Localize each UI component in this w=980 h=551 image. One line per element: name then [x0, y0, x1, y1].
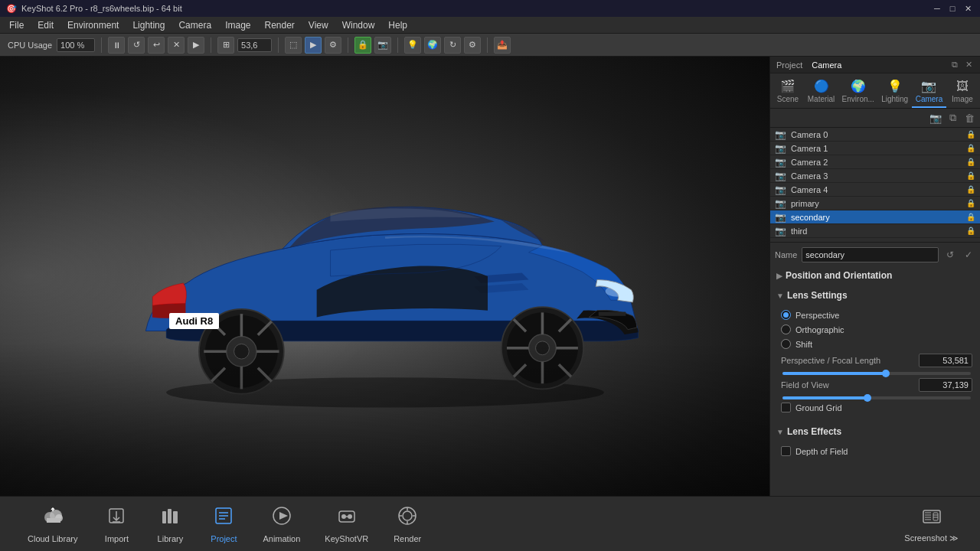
tab-material[interactable]: 🔵 Material — [804, 76, 838, 108]
material-icon: 🔵 — [814, 79, 829, 93]
undo-button[interactable]: ↩ — [148, 37, 165, 54]
pause-button[interactable]: ⏸ — [108, 37, 125, 54]
panel-close-button[interactable]: ✕ — [963, 60, 974, 70]
camera-item-secondary[interactable]: 📷 secondary 🔒 — [770, 210, 980, 224]
menu-environment[interactable]: Environment — [61, 18, 125, 32]
import-button[interactable]: Import — [90, 500, 143, 548]
viewport[interactable]: Audi R8 — [0, 57, 769, 496]
toolbar-sep-1 — [101, 37, 102, 53]
refresh-button[interactable]: ↺ — [128, 37, 145, 54]
forward-button[interactable]: ▶ — [188, 37, 204, 54]
camera-third-lock: 🔒 — [966, 227, 975, 235]
settings-button[interactable]: ⚙ — [464, 37, 481, 54]
name-confirm-button[interactable]: ✓ — [962, 248, 975, 262]
menu-edit[interactable]: Edit — [31, 18, 60, 32]
menu-window[interactable]: Window — [336, 18, 381, 32]
camera-item-2[interactable]: 📷 Camera 2 🔒 — [770, 155, 980, 169]
camera-name-input[interactable] — [802, 247, 939, 262]
ground-grid-checkbox[interactable] — [781, 403, 791, 412]
svg-rect-36 — [168, 509, 172, 523]
menu-help[interactable]: Help — [382, 18, 413, 32]
lock-camera-button[interactable]: 🔒 — [354, 37, 371, 54]
menu-render[interactable]: Render — [259, 18, 301, 32]
lens-effects-arrow-icon: ▼ — [776, 428, 784, 436]
focal-length-row: Perspective / Focal Length — [778, 354, 972, 367]
screenshot-toolbar-button[interactable]: 📷 — [374, 37, 391, 54]
lens-effects-section-header[interactable]: ▼ Lens Effects — [775, 423, 975, 440]
library-button[interactable]: Library — [143, 500, 197, 548]
focal-length-label: Perspective / Focal Length — [781, 356, 914, 365]
radio-shift[interactable] — [781, 339, 791, 349]
camera-item-3[interactable]: 📷 Camera 3 🔒 — [770, 169, 980, 183]
grid-button[interactable]: ⊞ — [217, 37, 234, 54]
camera-1-name: Camera 1 — [791, 144, 828, 153]
tab-camera[interactable]: 📷 Camera — [912, 76, 946, 108]
camera-primary-name: primary — [791, 199, 819, 208]
render-options-button[interactable]: ⚙ — [325, 37, 341, 54]
fov-slider-thumb[interactable] — [864, 394, 871, 402]
lighting-button[interactable]: 💡 — [404, 37, 421, 54]
tab-lighting[interactable]: 💡 Lighting — [877, 76, 912, 108]
name-reset-button[interactable]: ↺ — [943, 248, 957, 262]
cloud-library-button[interactable]: Cloud Library — [15, 500, 90, 548]
screenshot-button[interactable]: Screenshot ≫ — [898, 500, 965, 548]
environment-button[interactable]: 🌍 — [424, 37, 441, 54]
menu-image[interactable]: Image — [219, 18, 256, 32]
menu-lighting[interactable]: Lighting — [126, 18, 171, 32]
menu-view[interactable]: View — [302, 18, 335, 32]
render-icon — [397, 505, 418, 531]
tab-image[interactable]: 🖼 Image — [946, 77, 978, 108]
rotate-button[interactable]: ↻ — [444, 37, 461, 54]
panel-header-icons: ⧉ ✕ — [949, 60, 974, 70]
close-button[interactable]: ✕ — [962, 2, 974, 15]
tab-lighting-label: Lighting — [881, 95, 908, 103]
toolbar-sep-3 — [278, 37, 279, 53]
camera-item-4[interactable]: 📷 Camera 4 🔒 — [770, 183, 980, 197]
menu-camera[interactable]: Camera — [172, 18, 217, 32]
minimize-button[interactable]: ─ — [931, 2, 943, 15]
position-section-label: Position and Orientation — [786, 270, 892, 281]
camera-item-primary[interactable]: 📷 primary 🔒 — [770, 197, 980, 210]
toolbar-sep-2 — [211, 37, 211, 53]
camera-duplicate-button[interactable]: ⧉ — [945, 110, 960, 126]
camera-third-name: third — [791, 227, 807, 236]
menu-file[interactable]: File — [3, 18, 30, 32]
maximize-button[interactable]: □ — [946, 2, 959, 15]
camera-item-third[interactable]: 📷 third 🔒 — [770, 224, 980, 238]
focal-length-slider-thumb[interactable] — [882, 370, 890, 377]
name-label: Name — [775, 250, 797, 259]
panel-tab-project[interactable]: Project — [776, 60, 802, 70]
project-button[interactable]: Project — [197, 500, 250, 548]
panel-tab-camera-header[interactable]: Camera — [812, 60, 841, 70]
panel-popout-button[interactable]: ⧉ — [949, 60, 960, 70]
render-button[interactable]: ▶ — [305, 37, 322, 54]
camera-list: 📷 Camera 0 🔒 📷 Camera 1 🔒 📷 Camera 2 🔒 📷 — [770, 128, 980, 243]
camera-add-button[interactable]: 📷 — [928, 110, 943, 126]
titlebar-title: 🎯 KeyShot 6.2 Pro - r8_rs6wheels.bip - 6… — [6, 4, 182, 14]
tab-environ[interactable]: 🌍 Environ... — [838, 76, 877, 108]
tab-scene[interactable]: 🎬 Scene — [772, 76, 804, 108]
focal-length-slider-track[interactable] — [782, 372, 971, 375]
keyshot-vr-button[interactable]: KeyShotVR — [312, 500, 381, 548]
camera-item-1[interactable]: 📷 Camera 1 🔒 — [770, 142, 980, 155]
render-region-button[interactable]: ⬚ — [285, 37, 302, 54]
dof-checkbox[interactable] — [781, 446, 791, 456]
fov-input[interactable] — [919, 378, 972, 392]
fov-slider-track[interactable] — [782, 396, 971, 399]
radio-orthographic[interactable] — [781, 324, 791, 334]
render-button[interactable]: Render — [381, 500, 434, 548]
library-label: Library — [158, 534, 184, 543]
cpu-input[interactable] — [57, 38, 95, 52]
keyshot-vr-icon — [336, 505, 358, 531]
camera-delete-button[interactable]: 🗑 — [962, 110, 977, 126]
radio-perspective[interactable] — [781, 310, 791, 320]
stop-button[interactable]: ✕ — [168, 37, 185, 54]
svg-rect-37 — [173, 511, 178, 523]
position-section-header[interactable]: ▶ Position and Orientation — [775, 267, 975, 284]
lens-section-header[interactable]: ▼ Lens Settings — [775, 287, 975, 304]
export-button[interactable]: 📤 — [494, 37, 511, 54]
camera-item-0[interactable]: 📷 Camera 0 🔒 — [770, 128, 980, 142]
focal-length-input[interactable] — [919, 354, 972, 367]
coord-input[interactable] — [237, 38, 272, 52]
animation-button[interactable]: Animation — [250, 500, 312, 548]
